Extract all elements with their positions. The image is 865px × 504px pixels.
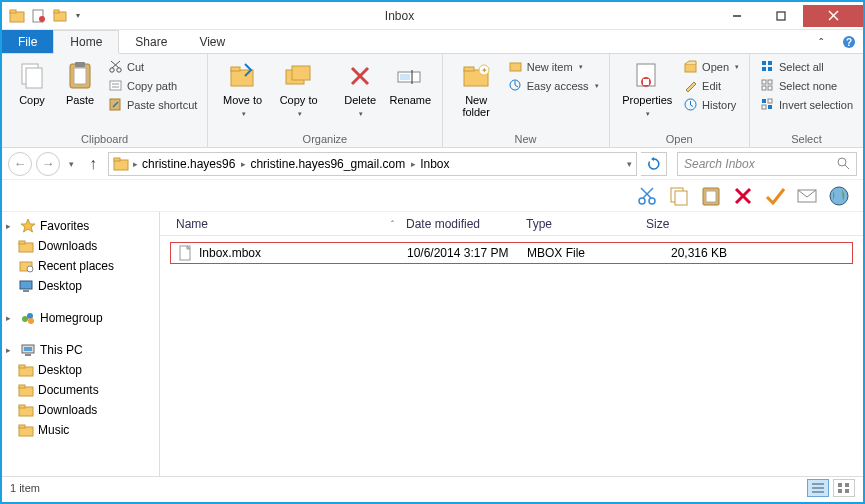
help-icon[interactable]: ?	[835, 30, 863, 53]
svg-rect-48	[768, 67, 772, 71]
easy-access-button[interactable]: Easy access▾	[506, 77, 601, 94]
delete-button[interactable]: Delete ▾	[337, 58, 383, 120]
nav-back-button[interactable]: ←	[8, 152, 32, 176]
address-bar[interactable]: ▸christine.hayes96 ▸christine.hayes96_gm…	[108, 152, 637, 176]
search-icon	[837, 157, 850, 170]
view-tab[interactable]: View	[183, 30, 241, 53]
copy-path-button[interactable]: Copy path	[106, 77, 199, 94]
column-headers[interactable]: Nameˆ Date modified Type Size	[160, 212, 863, 236]
nav-recent-places[interactable]: Recent places	[2, 256, 159, 276]
new-item-button[interactable]: New item▾	[506, 58, 601, 75]
delete-tool-icon[interactable]	[731, 184, 755, 208]
ribbon-collapse-icon[interactable]: ˆ	[807, 30, 835, 53]
home-tab[interactable]: Home	[53, 30, 119, 54]
column-name[interactable]: Nameˆ	[170, 217, 400, 231]
copy-path-icon	[108, 78, 123, 93]
breadcrumb-seg2[interactable]: christine.hayes96_gmail.com	[250, 157, 405, 171]
qat-newfolder-icon[interactable]	[50, 5, 72, 27]
folder-icon	[18, 362, 34, 378]
paste-shortcut-button[interactable]: Paste shortcut	[106, 96, 199, 113]
svg-rect-55	[762, 105, 766, 109]
svg-rect-42	[643, 79, 649, 85]
invert-selection-button[interactable]: Invert selection	[758, 96, 855, 113]
favorites-header[interactable]: ▸Favorites	[2, 216, 159, 236]
nav-music[interactable]: Music	[2, 420, 159, 440]
svg-rect-52	[768, 86, 772, 90]
svg-line-20	[111, 61, 119, 68]
close-button[interactable]	[803, 5, 863, 27]
svg-rect-77	[20, 281, 32, 289]
details-view-button[interactable]	[807, 479, 829, 497]
nav-desktop2[interactable]: Desktop	[2, 360, 159, 380]
nav-documents[interactable]: Documents	[2, 380, 159, 400]
breadcrumb-seg3[interactable]: Inbox	[420, 157, 449, 171]
move-to-button[interactable]: Move to ▾	[216, 58, 269, 120]
thispc-header[interactable]: ▸This PC	[2, 340, 159, 360]
new-folder-button[interactable]: ✦ New folder	[451, 58, 502, 120]
recent-icon	[18, 258, 34, 274]
history-button[interactable]: History	[681, 96, 741, 113]
svg-point-72	[830, 187, 848, 205]
globe-tool-icon[interactable]	[827, 184, 851, 208]
new-item-icon	[508, 59, 523, 74]
check-tool-icon[interactable]	[763, 184, 787, 208]
nav-desktop[interactable]: Desktop	[2, 276, 159, 296]
mail-tool-icon[interactable]	[795, 184, 819, 208]
qat-properties-icon[interactable]	[28, 5, 50, 27]
copy-button[interactable]: Copy	[10, 58, 54, 108]
maximize-button[interactable]	[759, 5, 803, 27]
navigation-pane[interactable]: ▸Favorites Downloads Recent places Deskt…	[2, 212, 160, 476]
homegroup-header[interactable]: ▸Homegroup	[2, 308, 159, 328]
svg-point-3	[39, 16, 45, 22]
rename-icon	[394, 60, 426, 92]
paste-button[interactable]: Paste	[58, 58, 102, 108]
nav-downloads[interactable]: Downloads	[2, 236, 159, 256]
file-type: MBOX File	[527, 246, 647, 260]
icons-view-button[interactable]	[833, 479, 855, 497]
search-placeholder: Search Inbox	[684, 157, 755, 171]
properties-button[interactable]: Properties ▾	[618, 58, 678, 120]
column-size[interactable]: Size	[640, 217, 740, 231]
svg-line-63	[643, 188, 653, 198]
edit-button[interactable]: Edit	[681, 77, 741, 94]
column-date[interactable]: Date modified	[400, 217, 520, 231]
search-input[interactable]: Search Inbox	[677, 152, 857, 176]
svg-rect-46	[768, 61, 772, 65]
svg-rect-35	[464, 67, 474, 71]
cut-tool-icon[interactable]	[635, 184, 659, 208]
qat-dropdown-icon[interactable]: ▾	[72, 5, 84, 27]
invert-selection-icon	[760, 97, 775, 112]
nav-forward-button[interactable]: →	[36, 152, 60, 176]
homegroup-icon	[20, 310, 36, 326]
nav-downloads2[interactable]: Downloads	[2, 400, 159, 420]
svg-rect-21	[110, 81, 121, 90]
svg-rect-15	[74, 68, 86, 84]
paste-tool-icon[interactable]	[699, 184, 723, 208]
cut-button[interactable]: Cut	[106, 58, 199, 75]
clipboard-group-label: Clipboard	[10, 131, 199, 145]
copy-tool-icon[interactable]	[667, 184, 691, 208]
svg-rect-16	[75, 62, 85, 67]
svg-rect-5	[54, 10, 59, 13]
copy-to-button[interactable]: Copy to ▾	[273, 58, 324, 120]
column-type[interactable]: Type	[520, 217, 640, 231]
nav-up-button[interactable]: ↑	[82, 153, 104, 175]
refresh-button[interactable]	[641, 152, 667, 176]
minimize-button[interactable]	[715, 5, 759, 27]
rename-button[interactable]: Rename	[387, 58, 433, 108]
svg-rect-53	[762, 99, 766, 103]
file-tab[interactable]: File	[2, 30, 53, 53]
svg-point-79	[22, 316, 28, 322]
folder-icon	[18, 382, 34, 398]
svg-line-64	[641, 188, 651, 198]
select-none-button[interactable]: Select none	[758, 77, 855, 94]
share-tab[interactable]: Share	[119, 30, 183, 53]
file-row[interactable]: Inbox.mbox 10/6/2014 3:17 PM MBOX File 2…	[170, 242, 853, 264]
breadcrumb-seg1[interactable]: christine.hayes96	[142, 157, 235, 171]
open-button[interactable]: Open▾	[681, 58, 741, 75]
nav-history-button[interactable]: ▾	[64, 152, 78, 176]
delete-icon	[344, 60, 376, 92]
select-all-button[interactable]: Select all	[758, 58, 855, 75]
svg-point-18	[117, 68, 121, 72]
folder-icon	[113, 156, 129, 172]
